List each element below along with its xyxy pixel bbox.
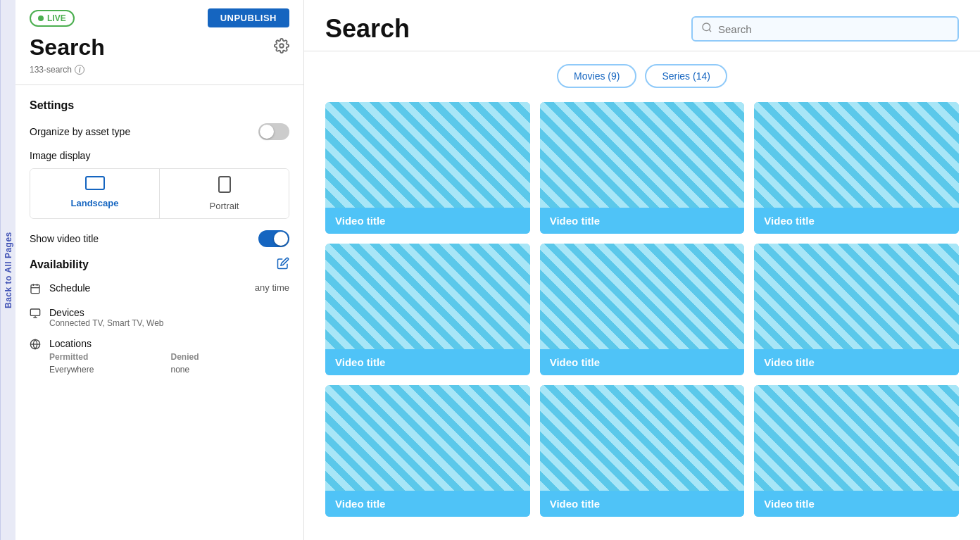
- unpublish-button[interactable]: UNPUBLISH: [208, 8, 289, 27]
- sidebar-header: LIVE UNPUBLISH Search 133-search i: [15, 0, 303, 85]
- video-thumbnail: [325, 102, 530, 208]
- settings-section: Settings Organize by asset type Image di…: [30, 99, 289, 247]
- organize-toggle-track: [258, 123, 289, 140]
- devices-value: Connected TV, Smart TV, Web: [49, 318, 289, 328]
- video-title: Video title: [754, 208, 959, 234]
- video-title: Video title: [754, 349, 959, 375]
- video-card[interactable]: Video title: [325, 244, 530, 375]
- show-video-title-toggle[interactable]: [258, 230, 289, 247]
- portrait-option[interactable]: Portrait: [160, 169, 289, 218]
- live-dot: [38, 15, 44, 21]
- video-card[interactable]: Video title: [540, 244, 745, 375]
- video-thumbnail: [754, 385, 959, 491]
- video-card[interactable]: Video title: [754, 244, 959, 375]
- organize-label: Organize by asset type: [30, 126, 130, 137]
- svg-rect-3: [31, 285, 39, 294]
- video-thumbnail: [540, 244, 745, 349]
- video-grid: Video title Video title Video title Vide…: [304, 95, 980, 531]
- video-thumbnail: [540, 385, 745, 491]
- show-video-title-label: Show video title: [30, 233, 99, 244]
- svg-point-12: [703, 23, 710, 31]
- denied-value: none: [171, 365, 290, 375]
- filter-bar: Movies (9) Series (14): [304, 51, 980, 95]
- slug-text: 133-search: [30, 65, 72, 75]
- video-title: Video title: [540, 208, 745, 234]
- organize-toggle-thumb: [260, 125, 274, 139]
- edit-icon: [277, 257, 289, 270]
- devices-details: Devices Connected TV, Smart TV, Web: [49, 307, 289, 328]
- landscape-option[interactable]: Landscape: [30, 169, 159, 218]
- locations-name: Locations: [49, 338, 289, 349]
- globe-icon: [30, 339, 42, 353]
- image-display-section: Image display Landscape: [30, 150, 289, 219]
- svg-line-13: [709, 30, 711, 32]
- svg-rect-1: [86, 177, 104, 189]
- schedule-value: any time: [255, 282, 289, 293]
- image-display-options: Landscape Portrait: [30, 168, 289, 219]
- video-card[interactable]: Video title: [540, 385, 745, 517]
- info-icon: i: [75, 65, 84, 75]
- locations-item: Locations Permitted Denied Everywhere no…: [30, 338, 289, 375]
- devices-icon: [30, 308, 42, 322]
- main-content: Search Movies (9) Series (14) Video titl…: [304, 0, 980, 540]
- portrait-icon: [218, 176, 231, 196]
- gear-button[interactable]: [274, 38, 289, 57]
- video-title: Video title: [754, 491, 959, 517]
- portrait-label: Portrait: [210, 201, 239, 211]
- show-video-title-row: Show video title: [30, 230, 289, 247]
- video-thumbnail: [325, 244, 530, 349]
- video-card[interactable]: Video title: [325, 102, 530, 234]
- sidebar-content: Settings Organize by asset type Image di…: [15, 85, 303, 540]
- permitted-value: Everywhere: [49, 365, 168, 375]
- video-title: Video title: [540, 491, 745, 517]
- video-card[interactable]: Video title: [754, 385, 959, 517]
- gear-icon: [274, 38, 289, 54]
- organize-setting-row: Organize by asset type: [30, 123, 289, 140]
- schedule-name: Schedule: [49, 282, 248, 294]
- schedule-details: Schedule: [49, 282, 248, 294]
- filter-series[interactable]: Series (14): [645, 64, 727, 88]
- video-title: Video title: [325, 491, 530, 517]
- svg-rect-7: [30, 309, 39, 315]
- main-header: Search: [304, 0, 980, 51]
- video-thumbnail: [325, 385, 530, 491]
- search-input-wrap[interactable]: [691, 16, 959, 42]
- landscape-label: Landscape: [71, 198, 119, 208]
- page-slug: 133-search i: [30, 65, 289, 75]
- video-thumbnail: [754, 102, 959, 208]
- availability-edit-button[interactable]: [277, 257, 289, 272]
- calendar-icon: [30, 283, 42, 297]
- availability-header-row: Availability: [30, 257, 289, 272]
- video-title: Video title: [540, 349, 745, 375]
- live-badge: LIVE: [30, 10, 75, 27]
- search-icon: [701, 22, 712, 36]
- schedule-item: Schedule any time: [30, 282, 289, 297]
- sidebar: LIVE UNPUBLISH Search 133-search i Setti…: [15, 0, 304, 540]
- main-title: Search: [325, 14, 410, 44]
- page-title-row: Search: [30, 34, 289, 61]
- video-card[interactable]: Video title: [754, 102, 959, 234]
- locations-details: Locations Permitted Denied Everywhere no…: [49, 338, 289, 375]
- video-thumbnail: [754, 244, 959, 349]
- permitted-label: Permitted: [49, 352, 168, 362]
- organize-toggle[interactable]: [258, 123, 289, 140]
- availability-section: Availability: [30, 257, 289, 375]
- page-title: Search: [30, 34, 105, 61]
- search-input[interactable]: [718, 23, 949, 35]
- video-card[interactable]: Video title: [540, 102, 745, 234]
- svg-rect-2: [219, 177, 230, 192]
- devices-item: Devices Connected TV, Smart TV, Web: [30, 307, 289, 328]
- image-display-label: Image display: [30, 150, 289, 161]
- video-card[interactable]: Video title: [325, 385, 530, 517]
- live-label: LIVE: [47, 13, 66, 23]
- back-to-all-pages-tab[interactable]: Back to All Pages: [0, 0, 15, 540]
- devices-name: Devices: [49, 307, 289, 318]
- video-thumbnail: [540, 102, 745, 208]
- landscape-icon: [85, 176, 105, 194]
- locations-grid: Permitted Denied Everywhere none: [49, 352, 289, 375]
- settings-title: Settings: [30, 99, 289, 112]
- video-title: Video title: [325, 349, 530, 375]
- filter-movies[interactable]: Movies (9): [557, 64, 636, 88]
- availability-title: Availability: [30, 258, 89, 271]
- show-video-title-track: [258, 230, 289, 247]
